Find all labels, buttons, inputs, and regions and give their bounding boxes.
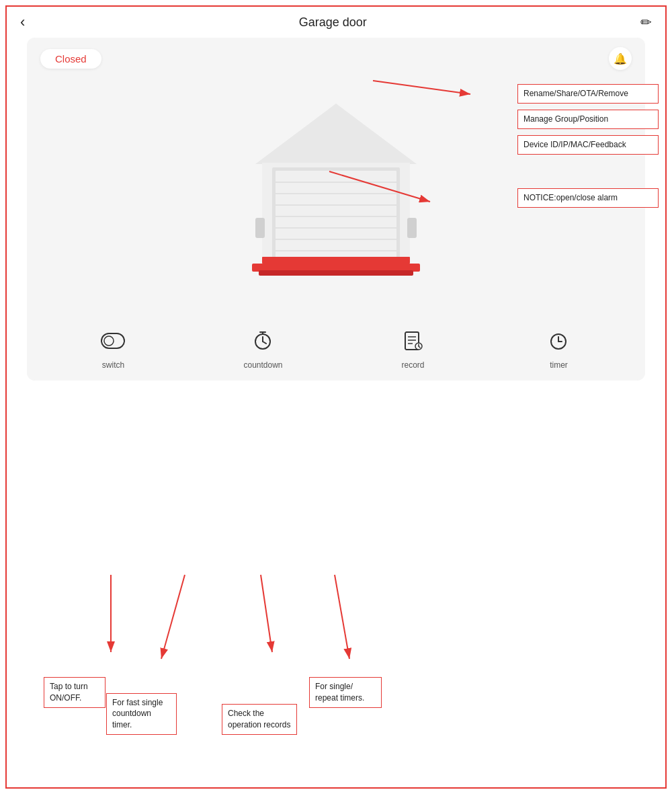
annotation-timer: For single/ repeat timers. — [309, 677, 382, 708]
svg-line-40 — [335, 575, 349, 659]
garage-svg — [222, 83, 450, 299]
svg-line-39 — [261, 575, 272, 652]
annotation-record: Check the operation records — [222, 704, 297, 735]
record-label: record — [401, 360, 424, 370]
page-title: Garage door — [299, 15, 367, 30]
svg-rect-15 — [255, 218, 265, 238]
annotation-notice: NOTICE:open/close alarm — [517, 188, 659, 208]
countdown-label: countdown — [243, 360, 282, 370]
switch-label: switch — [102, 360, 124, 370]
switch-icon — [97, 325, 128, 356]
svg-rect-17 — [101, 333, 124, 348]
switch-item[interactable]: switch — [97, 325, 128, 370]
countdown-item[interactable]: countdown — [243, 325, 282, 370]
timer-icon — [543, 325, 574, 356]
annotation-countdown: For fast single countdown timer. — [106, 693, 177, 735]
back-button[interactable]: ‹ — [20, 13, 25, 31]
countdown-icon — [247, 325, 278, 356]
svg-line-21 — [263, 342, 266, 344]
svg-line-38 — [161, 575, 185, 659]
svg-rect-4 — [276, 171, 396, 260]
timer-label: timer — [550, 360, 568, 370]
bottom-icons-row: switch countdown — [27, 312, 645, 381]
bell-button[interactable]: 🔔 — [609, 47, 632, 70]
annotation-group: Manage Group/Position — [517, 110, 659, 129]
svg-rect-16 — [407, 218, 417, 238]
status-bar: Closed 🔔 — [27, 38, 645, 77]
app-header: ‹ Garage door ✏ — [0, 0, 672, 38]
annotation-device: Device ID/IP/MAC/Feedback — [517, 135, 659, 155]
annotation-switch: Tap to turn ON/OFF. — [44, 677, 106, 708]
edit-icon[interactable]: ✏ — [640, 14, 652, 30]
svg-point-18 — [104, 336, 114, 346]
record-item[interactable]: record — [398, 325, 429, 370]
annotation-rename: Rename/Share/OTA/Remove — [517, 84, 659, 104]
door-status: Closed — [40, 49, 101, 69]
record-icon — [398, 325, 429, 356]
svg-rect-12 — [262, 257, 410, 264]
svg-rect-14 — [259, 270, 413, 276]
timer-item[interactable]: timer — [543, 325, 574, 370]
